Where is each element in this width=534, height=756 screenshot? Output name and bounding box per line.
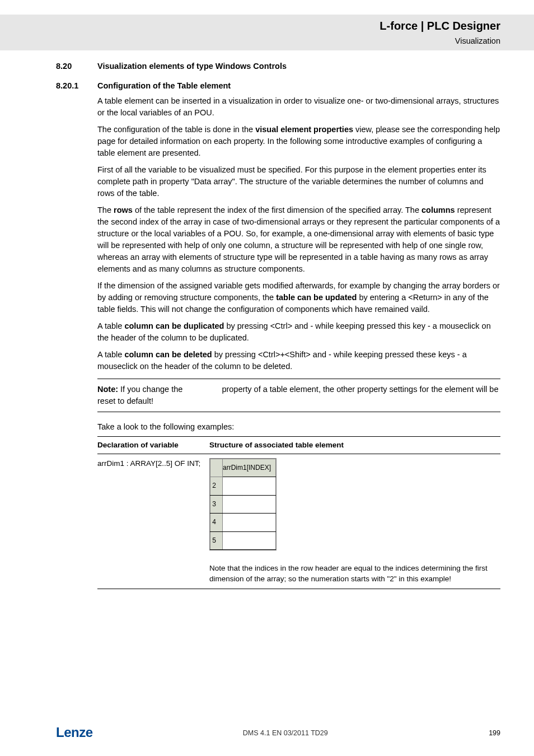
footer-doc-id: DMS 4.1 EN 03/2011 TD29: [93, 728, 478, 738]
paragraph-1: A table element can be inserted in a vis…: [97, 95, 500, 119]
note-lead: Note:: [97, 385, 118, 394]
mini-row-head: 5: [210, 531, 223, 549]
footer-page-number: 199: [478, 728, 500, 738]
structure-cell: arrDim1[INDEX] 2 3 4 5 Note that the ind…: [209, 454, 500, 589]
mini-corner: [210, 459, 223, 477]
header-title: L-force | PLC Designer: [56, 18, 500, 34]
paragraph-2: The configuration of the table is done i…: [97, 124, 500, 159]
examples-table: Declaration of variable Structure of ass…: [97, 436, 500, 589]
col-header-declaration: Declaration of variable: [97, 437, 209, 454]
table-row: arrDim1 : ARRAY[2..5] OF INT; arrDim1[IN…: [97, 454, 500, 589]
paragraph-3: First of all the variable to be visualiz…: [97, 164, 500, 199]
mini-col-head: arrDim1[INDEX]: [223, 459, 276, 477]
mini-row-head: 2: [210, 477, 223, 495]
mini-table-screenshot: arrDim1[INDEX] 2 3 4 5: [209, 458, 277, 550]
mini-row-head: 3: [210, 495, 223, 513]
page-footer: Lenze DMS 4.1 EN 03/2011 TD29 199: [56, 723, 500, 743]
section-number: 8.20: [56, 60, 97, 72]
page-header: L-force | PLC Designer Visualization: [0, 15, 534, 50]
mini-table-note: Note that the indices in the row header …: [209, 563, 496, 585]
brand-logo: Lenze: [56, 723, 93, 743]
header-text-block: L-force | PLC Designer Visualization: [56, 15, 534, 50]
content-body: A table element can be inserted in a vis…: [97, 95, 500, 372]
paragraph-6: A table column can be duplicated by pres…: [97, 320, 500, 344]
section-title: Visualization elements of type Windows C…: [97, 60, 287, 72]
declaration-cell: arrDim1 : ARRAY[2..5] OF INT;: [97, 454, 209, 589]
header-accent: [0, 15, 56, 50]
subsection-title: Configuration of the Table element: [97, 80, 231, 92]
section-8-20: 8.20 Visualization elements of type Wind…: [56, 60, 500, 72]
paragraph-5: If the dimension of the assigned variabl…: [97, 280, 500, 315]
paragraph-7: A table column can be deleted by pressin…: [97, 349, 500, 372]
examples-intro: Take a look to the following examples:: [97, 421, 500, 433]
paragraph-4: The rows of the table represent the inde…: [97, 204, 500, 275]
note-text-a: If you change the: [118, 385, 185, 394]
note-box: Note: If you change the property of a ta…: [97, 379, 500, 412]
subsection-number: 8.20.1: [56, 80, 97, 92]
mini-row-head: 4: [210, 514, 223, 531]
header-subtitle: Visualization: [56, 35, 500, 47]
col-header-structure: Structure of associated table element: [209, 437, 500, 454]
section-8-20-1: 8.20.1 Configuration of the Table elemen…: [56, 80, 500, 92]
